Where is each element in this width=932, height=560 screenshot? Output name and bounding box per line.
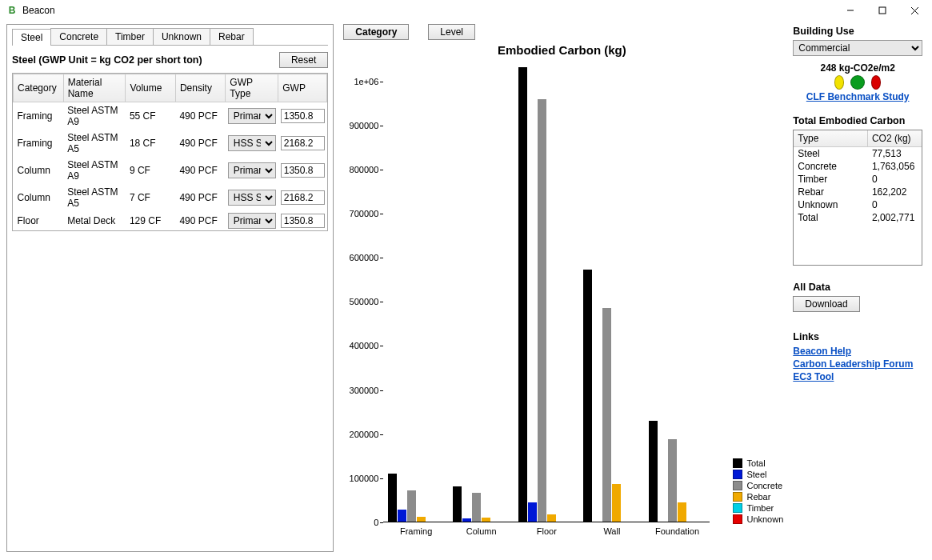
cell-material: Steel ASTM A9: [63, 102, 126, 130]
external-link[interactable]: EC3 Tool: [793, 371, 922, 382]
grid-col-density[interactable]: Density: [175, 74, 225, 102]
y-tick-label: 600000: [340, 253, 378, 262]
grid-col-category[interactable]: Category: [14, 74, 64, 102]
cell-category: Column: [14, 157, 64, 184]
download-button[interactable]: Download: [793, 296, 859, 312]
legend-item: Rebar: [733, 492, 783, 502]
cell-material: Steel ASTM A5: [63, 130, 126, 157]
cell-material: Steel ASTM A9: [63, 157, 126, 184]
legend-label: Concrete: [746, 481, 782, 490]
chart-bar: [407, 490, 416, 522]
chart-legend: TotalSteelConcreteRebarTimberUnknown: [733, 457, 783, 526]
grid-col-gwp-type[interactable]: GWP Type: [226, 74, 278, 102]
total-ec-row: Total2,002,771: [794, 211, 922, 224]
total-ec-value: 162,202: [868, 186, 910, 198]
cell-density: 490 PCF: [175, 184, 225, 211]
gwp-input[interactable]: [281, 190, 325, 205]
legend-label: Total: [746, 458, 765, 468]
y-tick-label: 0: [340, 518, 378, 527]
x-tick-label: Foundation: [655, 526, 699, 536]
gwp-type-select[interactable]: Primary SteelHSS Steel: [228, 108, 276, 124]
legend-label: Steel: [746, 470, 766, 479]
tab-steel[interactable]: Steel: [12, 29, 51, 46]
gwp-type-select[interactable]: Primary SteelHSS Steel: [228, 213, 276, 229]
benchmark-study-link[interactable]: CLF Benchmark Study: [793, 91, 922, 102]
legend-swatch-icon: [733, 503, 742, 513]
x-tick-label: Column: [466, 526, 497, 536]
chart-bar: [482, 518, 490, 522]
legend-swatch-icon: [733, 514, 742, 524]
panel-title: Steel (GWP Unit = kg CO2 per short ton): [12, 54, 202, 66]
category-button[interactable]: Category: [343, 24, 409, 40]
x-tick-label: Framing: [400, 526, 432, 536]
total-ec-row: Rebar162,202: [794, 186, 922, 198]
cell-category: Framing: [14, 102, 64, 130]
carbon-intensity-metric: 248 kg-CO2e/m2: [793, 62, 922, 74]
legend-label: Timber: [746, 503, 774, 513]
total-ec-type: Timber: [794, 173, 868, 186]
gwp-input[interactable]: [281, 136, 325, 150]
cell-volume: 129 CF: [126, 211, 175, 230]
total-ec-heading: Total Embodied Carbon: [793, 115, 922, 126]
chart-bar: [388, 474, 397, 522]
building-use-select[interactable]: Commercial: [793, 40, 922, 56]
gwp-input[interactable]: [281, 163, 325, 178]
gwp-input[interactable]: [281, 109, 325, 123]
tab-unknown[interactable]: Unknown: [153, 28, 210, 45]
close-button[interactable]: [898, 1, 930, 20]
legend-swatch-icon: [733, 492, 742, 502]
total-ec-row: Steel77,513: [794, 147, 922, 160]
level-button[interactable]: Level: [428, 24, 475, 40]
embodied-carbon-chart: FramingColumnFloorWallFoundation TotalSt…: [340, 58, 783, 546]
legend-item: Steel: [733, 470, 783, 479]
y-tick-label: 700000: [340, 209, 378, 218]
legend-label: Rebar: [746, 492, 770, 502]
total-ec-value: 1,763,056: [868, 160, 918, 173]
material-grid: CategoryMaterial NameVolumeDensityGWP Ty…: [13, 74, 327, 230]
tab-timber[interactable]: Timber: [106, 28, 154, 45]
total-ec-value: 0: [868, 198, 882, 211]
building-use-heading: Building Use: [793, 26, 922, 37]
cell-volume: 18 CF: [126, 130, 175, 157]
external-link[interactable]: Carbon Leadership Forum: [793, 358, 922, 370]
grid-col-gwp[interactable]: GWP: [278, 74, 327, 102]
signal-red-icon: [871, 75, 881, 90]
legend-swatch-icon: [733, 481, 742, 490]
maximize-button[interactable]: [866, 1, 898, 20]
x-tick-label: Wall: [603, 526, 620, 536]
chart-bar: [547, 514, 556, 522]
table-row: FramingSteel ASTM A518 CF490 PCFPrimary …: [14, 130, 327, 157]
tab-concrete[interactable]: Concrete: [50, 28, 107, 45]
legend-swatch-icon: [733, 458, 742, 468]
total-ec-value: 2,002,771: [868, 211, 918, 224]
all-data-heading: All Data: [793, 282, 922, 293]
tab-rebar[interactable]: Rebar: [210, 28, 254, 45]
minimize-button[interactable]: [834, 1, 866, 20]
grid-col-volume[interactable]: Volume: [126, 74, 175, 102]
material-panel: SteelConcreteTimberUnknownRebar Steel (G…: [6, 24, 334, 552]
chart-bar: [462, 518, 471, 522]
gwp-type-select[interactable]: Primary SteelHSS Steel: [228, 162, 276, 178]
summary-panel: Building Use Commercial 248 kg-CO2e/m2 C…: [790, 24, 926, 552]
gwp-type-select[interactable]: Primary SteelHSS Steel: [228, 190, 276, 206]
grid-col-material-name[interactable]: Material Name: [63, 74, 126, 102]
cell-density: 490 PCF: [175, 130, 225, 157]
gwp-input[interactable]: [281, 214, 325, 228]
gwp-type-select[interactable]: Primary SteelHSS Steel: [228, 135, 276, 151]
legend-item: Timber: [733, 503, 783, 513]
y-tick-label: 1e+06: [340, 77, 378, 86]
x-tick-label: Floor: [537, 526, 557, 536]
table-row: FloorMetal Deck129 CF490 PCFPrimary Stee…: [14, 211, 327, 230]
chart-title: Embodied Carbon (kg): [340, 43, 783, 57]
cell-density: 490 PCF: [175, 157, 225, 184]
total-ec-row: Timber0: [794, 173, 922, 186]
y-tick-label: 400000: [340, 341, 378, 350]
cell-category: Framing: [14, 130, 64, 157]
table-row: FramingSteel ASTM A955 CF490 PCFPrimary …: [14, 102, 327, 130]
y-tick-label: 300000: [340, 386, 378, 395]
external-link[interactable]: Beacon Help: [793, 346, 922, 357]
reset-button[interactable]: Reset: [279, 52, 328, 68]
y-tick-label: 100000: [340, 474, 378, 483]
table-row: ColumnSteel ASTM A99 CF490 PCFPrimary St…: [14, 157, 327, 184]
chart-bar: [612, 484, 621, 522]
